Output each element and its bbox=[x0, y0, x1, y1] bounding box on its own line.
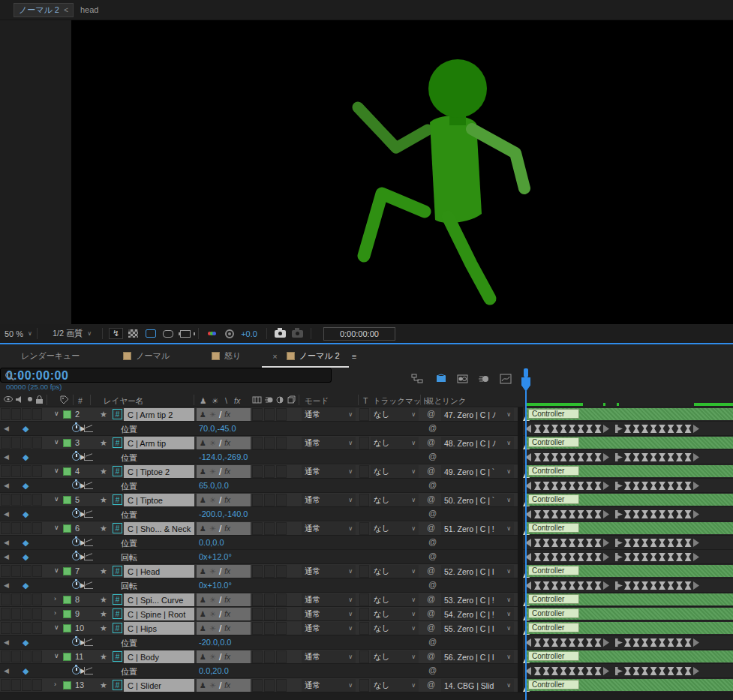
expand-arrow[interactable]: › bbox=[54, 680, 56, 688]
keyframe-icon[interactable] bbox=[668, 638, 674, 647]
adjustment-col-icon[interactable] bbox=[276, 395, 284, 404]
row-track-area[interactable] bbox=[523, 450, 733, 464]
graph-toggle-icon[interactable] bbox=[84, 553, 93, 560]
track-matte-toggle[interactable] bbox=[359, 650, 369, 663]
keyframe-icon[interactable] bbox=[685, 425, 692, 433]
expand-arrow[interactable]: ∨ bbox=[54, 467, 59, 474]
row-track-area[interactable] bbox=[523, 664, 733, 678]
track-matte-toggle[interactable] bbox=[359, 465, 369, 478]
tab-render-queue[interactable]: レンダーキュー bbox=[21, 350, 80, 362]
frame-blend-switch[interactable] bbox=[252, 608, 263, 620]
solo-toggle[interactable] bbox=[22, 408, 32, 420]
graph-toggle-icon[interactable] bbox=[84, 539, 93, 546]
column-number[interactable]: # bbox=[78, 396, 83, 405]
keyframe-icon[interactable] bbox=[624, 667, 631, 675]
keyframe-icon[interactable] bbox=[543, 453, 550, 461]
solo-toggle[interactable] bbox=[22, 494, 32, 506]
keyframe-icon[interactable] bbox=[595, 425, 602, 433]
fx-switch[interactable]: fx bbox=[224, 653, 230, 661]
keyframe-icon[interactable] bbox=[668, 667, 674, 675]
video-toggle[interactable] bbox=[1, 465, 11, 477]
lock-toggle[interactable] bbox=[32, 650, 42, 662]
layer-duration-bar[interactable]: Controller bbox=[527, 593, 733, 605]
lock-icon[interactable] bbox=[35, 395, 44, 404]
keyframe-icon[interactable] bbox=[569, 510, 575, 518]
fx-switch[interactable]: fx bbox=[224, 467, 230, 476]
property-value[interactable]: 0x+12.0° bbox=[199, 552, 232, 561]
keyframe-icon[interactable] bbox=[659, 510, 665, 518]
collapse-grid-icon[interactable]: # bbox=[113, 523, 122, 533]
layer-name[interactable]: C | Slider bbox=[124, 679, 194, 692]
mode-select[interactable]: 通常∨ bbox=[302, 437, 356, 449]
pickwhip-icon[interactable]: @ bbox=[427, 623, 435, 632]
frame-blend-switch[interactable] bbox=[252, 522, 263, 535]
layer-label-color[interactable] bbox=[63, 567, 71, 575]
row-track-area[interactable]: Controller bbox=[523, 407, 733, 422]
lock-toggle[interactable] bbox=[32, 608, 42, 620]
keyframe-group-end[interactable] bbox=[693, 482, 699, 490]
track-matte-toggle[interactable] bbox=[359, 608, 369, 620]
pickwhip-icon[interactable]: @ bbox=[428, 551, 437, 560]
audio-toggle[interactable] bbox=[11, 622, 21, 634]
video-toggle[interactable] bbox=[1, 522, 11, 534]
fx-switch[interactable]: fx bbox=[224, 681, 230, 689]
fast-preview-button[interactable]: ↯ bbox=[109, 328, 123, 339]
fx-switch[interactable]: fx bbox=[224, 596, 230, 604]
parent-select[interactable]: 54. Zero | C | !∨ bbox=[441, 608, 514, 620]
collapse-switch[interactable]: ☀ bbox=[209, 610, 216, 618]
keyframe-icon[interactable] bbox=[569, 453, 575, 461]
pickwhip-icon[interactable]: @ bbox=[427, 651, 435, 660]
keyframe-icon[interactable] bbox=[534, 425, 541, 433]
keyframe-icon[interactable] bbox=[560, 482, 567, 490]
keyframe-group-end[interactable] bbox=[603, 510, 609, 518]
star-icon[interactable]: ★ bbox=[100, 438, 107, 448]
prev-keyframe-button[interactable]: ◀ bbox=[4, 510, 9, 518]
star-icon[interactable]: ★ bbox=[100, 680, 107, 690]
video-toggle[interactable] bbox=[1, 437, 11, 449]
keyframe-icon[interactable] bbox=[551, 581, 558, 590]
keyframe-icon[interactable] bbox=[633, 453, 640, 461]
keyframe-icon[interactable] bbox=[668, 482, 674, 490]
lock-toggle[interactable] bbox=[32, 494, 42, 506]
keyframe-icon[interactable] bbox=[641, 667, 648, 675]
solo-toggle[interactable] bbox=[22, 608, 32, 620]
mode-select[interactable]: 通常∨ bbox=[302, 608, 356, 620]
keyframe-group-end[interactable] bbox=[603, 667, 609, 675]
collapse-switch[interactable]: ☀ bbox=[209, 467, 216, 476]
keyframe-group-start[interactable] bbox=[615, 667, 623, 675]
layer-switches[interactable]: ♟☀/fx bbox=[197, 465, 251, 478]
property-value[interactable]: -200.0,-140.0 bbox=[199, 509, 248, 518]
keyframe-icon[interactable] bbox=[551, 453, 558, 461]
row-track-area[interactable] bbox=[523, 479, 733, 493]
video-toggle[interactable] bbox=[1, 679, 11, 691]
track-matte-select[interactable]: なし∨ bbox=[371, 650, 419, 663]
audio-toggle[interactable] bbox=[11, 650, 21, 662]
graph-toggle-icon[interactable] bbox=[84, 453, 93, 461]
motion-blur-switch[interactable] bbox=[264, 408, 275, 421]
track-matte-select[interactable]: なし∨ bbox=[371, 522, 419, 535]
layer-switches[interactable]: ♟☀/fx bbox=[197, 679, 251, 692]
parent-select[interactable]: 53. Zero | C | !∨ bbox=[441, 593, 514, 606]
keyframe-icon[interactable] bbox=[578, 510, 584, 518]
keyframe-group-start[interactable] bbox=[615, 425, 623, 433]
keyframe-icon[interactable] bbox=[595, 510, 602, 518]
row-track-area[interactable] bbox=[523, 578, 733, 593]
keyframe-icon[interactable] bbox=[641, 453, 648, 461]
shy-switch[interactable]: ♟ bbox=[200, 624, 206, 632]
audio-toggle[interactable] bbox=[11, 465, 21, 477]
collapse-grid-icon[interactable]: # bbox=[113, 437, 122, 448]
keyframe-icon[interactable] bbox=[659, 638, 665, 647]
keyframe-group-end[interactable] bbox=[603, 553, 609, 561]
keyframe-icon[interactable] bbox=[560, 510, 567, 518]
frame-blend-col-icon[interactable] bbox=[252, 395, 262, 404]
prev-keyframe-button[interactable]: ◀ bbox=[4, 482, 9, 489]
keyframe-icon[interactable] bbox=[569, 667, 575, 675]
parent-select[interactable]: 51. Zero | C | !∨ bbox=[441, 522, 514, 535]
quality-switch[interactable]: / bbox=[219, 595, 221, 605]
solo-toggle[interactable] bbox=[22, 622, 32, 634]
motion-blur-switch[interactable] bbox=[264, 608, 275, 620]
keyframe-icon[interactable] bbox=[676, 425, 683, 433]
graph-toggle-icon[interactable] bbox=[84, 425, 93, 432]
pickwhip-icon[interactable]: @ bbox=[427, 566, 435, 575]
star-icon[interactable]: ★ bbox=[100, 595, 107, 605]
